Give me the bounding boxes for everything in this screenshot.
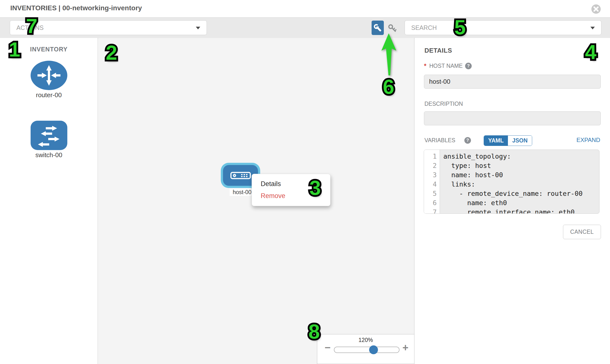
toggle-json[interactable]: JSON [508,136,532,146]
line-number: 7 [424,208,440,214]
question-icon: ? [464,137,471,144]
router-icon [31,61,67,90]
actions-dropdown-label: ACTIONS [16,24,44,31]
line-number: 4 [424,180,440,189]
variables-format-toggle: YAML JSON [484,135,532,146]
key-icon [388,24,397,33]
line-number: 6 [424,198,440,208]
details-panel-title: DETAILS [425,47,452,54]
tools-button[interactable] [372,21,384,35]
host-node-label: host-00 [230,188,255,196]
header: INVENTORIES | 00-networking-inventory [0,0,610,18]
close-button[interactable] [591,4,601,14]
variables-header-row: VARIABLES ? YAML JSON EXPAND [425,135,600,146]
toggle-yaml[interactable]: YAML [484,136,508,146]
zoom-level-value: 120% [317,337,414,343]
line-text: type: host [440,161,491,170]
code-line: 2 type: host [424,161,599,170]
host-name-label: HOST NAME [429,63,463,69]
chevron-down-icon [590,27,595,29]
line-number: 5 [424,189,440,198]
details-panel: DETAILS * HOST NAME ? DESCRIPTION VARIAB… [415,38,610,364]
chevron-down-icon [196,27,200,29]
credentials-button[interactable] [388,24,397,33]
host-name-input[interactable] [424,75,601,89]
search-dropdown[interactable]: SEARCH [405,20,601,35]
zoom-slider-track[interactable] [334,347,400,353]
description-input[interactable] [424,111,601,125]
host-icon [230,172,251,179]
line-text: name: host-00 [440,170,503,180]
switch-icon [31,121,67,150]
line-number: 3 [424,170,440,180]
line-text: links: [440,180,475,189]
close-icon [591,4,601,14]
code-line: 3 name: host-00 [424,170,599,180]
required-asterisk: * [424,62,427,69]
sidebar-item-router-00[interactable] [31,61,67,91]
wrench-icon [374,24,382,32]
editor-content: 1 ansible_topology: 2 type: host 3 name:… [424,150,599,213]
code-line: 1 ansible_topology: [424,152,599,161]
sidebar-item-label: switch-00 [0,151,98,159]
zoom-out-button[interactable]: − [324,342,331,353]
code-line: 4 links: [424,180,599,189]
toolbar: ACTIONS SEARCH [0,18,610,38]
zoom-slider-thumb[interactable] [369,345,378,354]
sidebar-item-label: router-00 [0,91,98,99]
line-number: 1 [424,152,440,161]
page-title: INVENTORIES | 00-networking-inventory [10,4,142,12]
question-icon: ? [465,63,472,69]
host-name-label-row: * HOST NAME ? [424,62,472,69]
cancel-button[interactable]: CANCEL [563,225,601,239]
sidebar-item-switch-00[interactable] [31,121,67,151]
code-line: 5 - remote_device_name: router-00 [424,189,599,198]
sidebar-title: INVENTORY [0,46,98,53]
inventory-topology-app: INVENTORIES | 00-networking-inventory AC… [0,0,610,364]
inventory-sidebar: INVENTORY router-00 [0,38,98,364]
search-dropdown-label: SEARCH [411,24,437,31]
context-menu-item-details[interactable]: Details [252,178,330,190]
line-number: 2 [424,161,440,170]
code-line: 6 name: eth0 [424,198,599,208]
expand-link[interactable]: EXPAND [576,137,600,143]
variables-code-editor[interactable]: 1 ansible_topology: 2 type: host 3 name:… [424,150,599,214]
description-label: DESCRIPTION [425,101,463,107]
zoom-control: 120% − + [317,334,415,364]
line-text: name: eth0 [440,198,507,208]
topology-canvas[interactable]: host-00 Details Remove 120% − + [98,38,415,364]
context-menu: Details Remove [252,174,330,206]
line-text: ansible_topology: [440,152,511,161]
code-line: 7 remote_interface_name: eth0 [424,208,599,214]
line-text: remote_interface_name: eth0 [440,208,574,214]
line-text: - remote_device_name: router-00 [440,189,583,198]
zoom-in-button[interactable]: + [402,342,409,353]
variables-label: VARIABLES [425,137,455,144]
context-menu-item-remove[interactable]: Remove [252,190,330,202]
actions-dropdown[interactable]: ACTIONS [10,20,207,35]
